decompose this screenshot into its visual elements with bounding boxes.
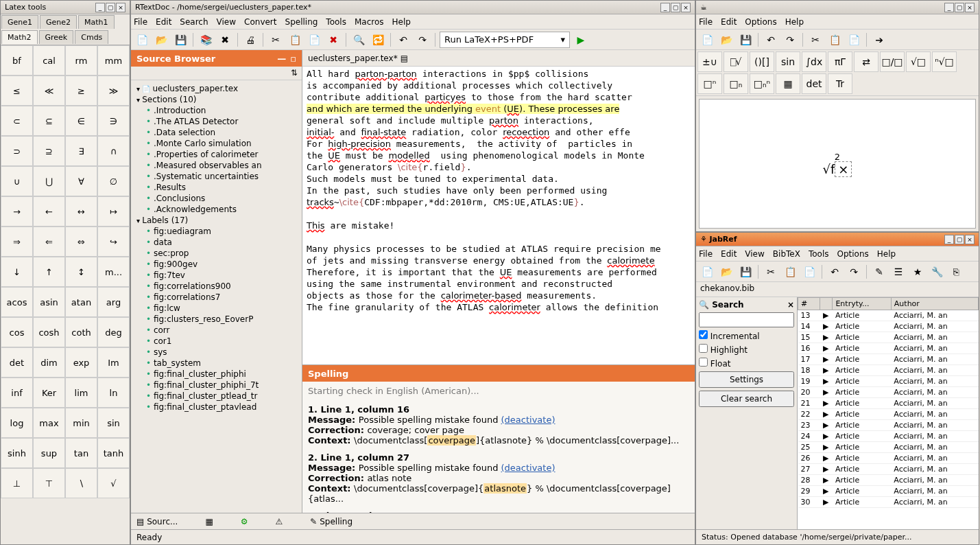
palette-cell[interactable]: atan xyxy=(65,287,97,317)
tab-source[interactable]: ▤ Sourc... xyxy=(136,517,178,526)
col-num[interactable]: # xyxy=(798,298,820,310)
table-row[interactable]: 16▶ArticleAcciarri, M. an xyxy=(798,343,979,354)
palette-cell[interactable]: tanh xyxy=(97,438,130,468)
palette-tab-cmds[interactable]: Cmds xyxy=(75,30,108,44)
palette-cell[interactable]: tan xyxy=(65,438,97,468)
close-icon[interactable]: × xyxy=(965,235,975,244)
tree-item[interactable]: fig:7tev xyxy=(132,270,300,281)
palette-cell[interactable]: sup xyxy=(33,438,65,468)
incremental-checkbox[interactable]: Incremental xyxy=(699,330,794,341)
palette-cell[interactable]: ≪ xyxy=(33,76,65,106)
editor-tab[interactable]: ueclusters_paper.tex* xyxy=(308,54,398,63)
pi-icon[interactable]: πΓ xyxy=(828,51,852,72)
open-icon[interactable]: 📂 xyxy=(153,32,169,48)
table-row[interactable]: 24▶ArticleAcciarri, M. an xyxy=(798,431,979,442)
table-row[interactable]: 14▶ArticleAcciarri, M. an xyxy=(798,321,979,332)
maximize-icon[interactable]: ▢ xyxy=(106,3,115,12)
palette-cell[interactable]: ⊃ xyxy=(1,136,33,166)
copy-icon[interactable]: 📋 xyxy=(782,264,798,280)
settings-button[interactable]: Settings xyxy=(699,371,794,388)
palette-cell[interactable]: sinh xyxy=(1,438,33,468)
cite-icon[interactable]: ⎘ xyxy=(948,264,964,280)
equation-canvas[interactable]: 2 √f× xyxy=(699,99,976,229)
palette-cell[interactable]: coth xyxy=(65,317,97,347)
palette-cell[interactable]: cal xyxy=(33,45,65,76)
tree-item[interactable]: .Results xyxy=(132,182,300,193)
cut-icon[interactable]: ✂ xyxy=(267,32,284,48)
tree-item[interactable]: ueclusters_paper.tex xyxy=(132,83,300,94)
copy-icon[interactable]: 📋 xyxy=(287,32,303,48)
palette-cell[interactable]: ≫ xyxy=(97,76,130,106)
palette-tab-gene1[interactable]: Gene1 xyxy=(1,15,38,29)
palette-cell[interactable]: ← xyxy=(33,196,65,227)
palette-cell[interactable]: ∃ xyxy=(65,136,97,166)
menu-help[interactable]: Help xyxy=(785,17,804,27)
sort-icon[interactable]: ⇅ xyxy=(291,68,298,78)
tree-item[interactable]: fig:clusters_reso_EoverP xyxy=(132,314,300,325)
palette-cell[interactable]: ln xyxy=(97,378,130,408)
table-row[interactable]: 26▶ArticleAcciarri, M. an xyxy=(798,453,979,464)
nroot-icon[interactable]: ⁿ√□ xyxy=(932,51,957,72)
palette-cell[interactable]: ≥ xyxy=(65,76,97,106)
palette-cell[interactable]: deg xyxy=(97,317,130,347)
tree-item[interactable]: sec:prop xyxy=(132,248,300,259)
tree-item[interactable]: .Conclusions xyxy=(132,193,300,204)
palette-cell[interactable]: ⇐ xyxy=(33,227,65,257)
text-editor[interactable]: All hard parton-parton interactions in $… xyxy=(302,67,695,364)
close-icon[interactable]: × xyxy=(965,3,975,12)
palette-cell[interactable]: ∩ xyxy=(97,136,130,166)
palette-cell[interactable]: ∖ xyxy=(65,468,97,498)
palette-cell[interactable]: ⊥ xyxy=(1,468,33,498)
frac-icon[interactable]: □/□ xyxy=(880,51,905,72)
palette-cell[interactable]: log xyxy=(1,408,33,438)
search-input[interactable] xyxy=(699,312,794,327)
palette-cell[interactable]: cosh xyxy=(33,317,65,347)
outline-tree[interactable]: ueclusters_paper.texSections (10).Introd… xyxy=(131,80,302,513)
col-type[interactable]: Entryty... xyxy=(833,298,891,310)
collapse-icon[interactable]: — xyxy=(277,54,286,64)
palette-cell[interactable]: ↑ xyxy=(33,257,65,287)
palette-cell[interactable]: bf xyxy=(1,45,33,76)
copy-icon[interactable]: 📋 xyxy=(826,32,843,48)
tree-item[interactable]: corr xyxy=(132,325,300,336)
palette-cell[interactable]: det xyxy=(1,347,33,378)
bibliography-table[interactable]: # Entryty... Author 13▶ArticleAcciarri, … xyxy=(798,297,979,529)
table-row[interactable]: 19▶ArticleAcciarri, M. an xyxy=(798,376,979,387)
run-dropdown[interactable]: Run LaTeX+PS+PDF▾ xyxy=(440,32,570,48)
palette-cell[interactable]: rm xyxy=(65,45,97,76)
maximize-icon[interactable]: ▢ xyxy=(955,235,964,244)
run-icon[interactable]: ▶ xyxy=(573,32,589,48)
palette-cell[interactable]: sin xyxy=(97,408,130,438)
palette-cell[interactable]: min xyxy=(65,408,97,438)
redo-icon[interactable]: ↷ xyxy=(846,264,862,280)
tool-icon[interactable]: 🔧 xyxy=(929,264,945,280)
eq-titlebar[interactable]: ☕ _▢× xyxy=(696,1,979,14)
clear-search-button[interactable]: Clear search xyxy=(699,391,794,407)
maximize-icon[interactable]: ▢ xyxy=(955,3,964,12)
palette-cell[interactable]: acos xyxy=(1,287,33,317)
integral-icon[interactable]: ∫dx xyxy=(802,51,826,72)
tab-errors[interactable]: ⚠ xyxy=(276,517,283,526)
palette-tab-math2[interactable]: Math2 xyxy=(1,30,38,44)
menu-options[interactable]: Options xyxy=(837,249,868,259)
save-icon[interactable]: 💾 xyxy=(737,264,754,280)
table-row[interactable]: 23▶ArticleAcciarri, M. an xyxy=(798,420,979,431)
palette-cell[interactable]: Ker xyxy=(33,378,65,408)
palette-cell[interactable]: → xyxy=(1,196,33,227)
new-icon[interactable]: 📄 xyxy=(699,32,715,48)
palette-cell[interactable]: ⊂ xyxy=(1,106,33,136)
palette-cell[interactable]: ↓ xyxy=(1,257,33,287)
tree-item[interactable]: fig:final_cluster_ptavlead xyxy=(132,402,300,413)
menu-edit[interactable]: Edit xyxy=(156,17,171,27)
open-icon[interactable]: 📂 xyxy=(718,32,734,48)
sub-icon[interactable]: □ₙ xyxy=(724,73,748,94)
cut-icon[interactable]: ✂ xyxy=(763,264,779,280)
tree-item[interactable]: data xyxy=(132,237,300,248)
deactivate-link[interactable]: (deactivate) xyxy=(501,415,555,425)
det-icon[interactable]: det xyxy=(802,73,826,94)
palette-cell[interactable]: ⋃ xyxy=(33,166,65,196)
col-author[interactable]: Author xyxy=(891,298,978,310)
matrix-icon[interactable]: ▦ xyxy=(776,73,800,94)
palette-cell[interactable]: ∈ xyxy=(65,106,97,136)
tree-item[interactable]: fig:final_cluster_phiphi_7t xyxy=(132,380,300,391)
